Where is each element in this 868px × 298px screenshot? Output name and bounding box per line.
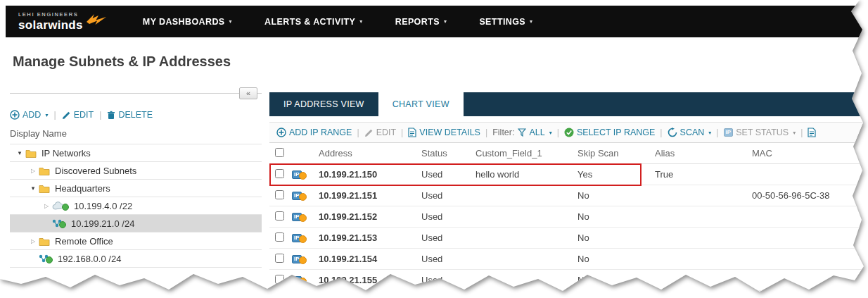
filter-label: Filter: <box>492 128 514 137</box>
tree-item-subnet-192-168-0-0[interactable]: 192.168.0.0 /24 <box>10 250 262 268</box>
caret-expanded-icon[interactable]: ▾ <box>14 149 25 156</box>
used-status-icon <box>299 256 307 264</box>
ip-icon: IP <box>292 276 302 285</box>
ip-address-panel: IP ADDRESS VIEW CHART VIEW ADD IP RANGE … <box>269 92 868 291</box>
cell-status: Used <box>421 211 476 222</box>
page: LEHI ENGINEERS solarwinds MY DASHBOARDS … <box>0 0 868 298</box>
caret-collapsed-icon[interactable]: ▷ <box>27 238 39 244</box>
edit-button-disabled[interactable]: EDIT <box>364 128 396 137</box>
row-checkbox[interactable] <box>275 254 284 263</box>
menu-label: SETTINGS <box>479 17 525 27</box>
menu-my-dashboards[interactable]: MY DASHBOARDS ▾ <box>143 17 232 27</box>
row-checkbox[interactable] <box>275 211 284 221</box>
tab-ip-address-view[interactable]: IP ADDRESS VIEW <box>269 92 378 116</box>
column-header-status[interactable]: Status <box>421 148 476 159</box>
scan-button[interactable]: SCAN ▾ <box>668 128 712 137</box>
table-row[interactable]: IP 10.199.21.153 Used No <box>269 228 868 249</box>
row-checkbox[interactable] <box>275 190 284 199</box>
folder-icon <box>39 184 50 193</box>
document-icon <box>808 128 816 137</box>
main-menu: MY DASHBOARDS ▾ ALERTS & ACTIVITY ▾ REPO… <box>143 17 533 27</box>
menu-settings[interactable]: SETTINGS ▾ <box>479 17 532 27</box>
cell-address: 10.199.21.154 <box>319 254 421 264</box>
table-row[interactable]: IP 10.199.21.151 Used No 00-50-56-96-5C-… <box>269 185 868 206</box>
cell-status: Used <box>421 275 476 285</box>
cell-skip-scan: No <box>577 254 655 264</box>
cell-alias: True <box>655 169 752 180</box>
toolbar-separator: | <box>716 128 718 137</box>
caret-collapsed-icon[interactable]: ▷ <box>27 168 39 174</box>
set-status-button-disabled[interactable]: IP SET STATUS ▾ <box>724 128 796 137</box>
folder-icon <box>39 166 50 175</box>
table-body: IP 10.199.21.150 Used hello world Yes Tr… <box>269 164 868 291</box>
tree-item-subnet-10-199-21-0[interactable]: 10.199.21.0 /24 <box>10 215 262 232</box>
delete-button[interactable]: DELETE <box>107 110 153 120</box>
used-status-icon <box>299 235 307 243</box>
toolbar-separator: | <box>53 110 56 120</box>
menu-label: ALERTS & ACTIVITY <box>264 17 355 27</box>
column-header-alias[interactable]: Alias <box>655 148 752 159</box>
cell-skip-scan: No <box>577 211 655 222</box>
view-details-button[interactable]: VIEW DETAILS <box>408 128 480 137</box>
add-label: ADD <box>23 110 41 120</box>
row-checkbox[interactable] <box>275 169 284 178</box>
column-header-mac[interactable]: MAC <box>752 148 868 159</box>
toolbar-separator: | <box>800 128 803 137</box>
panel-divider <box>10 93 262 94</box>
cell-mac: 00-50-56-96-5C-38 <box>752 190 868 201</box>
cell-skip-scan: No <box>577 232 655 243</box>
table-row[interactable]: IP 10.199.21.154 Used No <box>269 249 868 270</box>
ip-icon: IP <box>724 128 734 137</box>
cell-status: Used <box>421 254 476 264</box>
table-header-row: Address Status Custom_Field_1 Skip Scan … <box>269 143 868 164</box>
tree-item-ip-networks[interactable]: ▾ IP Networks <box>10 144 262 162</box>
caret-expanded-icon[interactable]: ▾ <box>27 185 39 192</box>
tree-item-subnet-10-199-4-0[interactable]: ▷ 10.199.4.0 /22 <box>10 197 262 215</box>
subnet-tree: ▾ IP Networks ▷ Discovered Subnets ▾ Hea… <box>10 144 262 268</box>
tree-item-label: 10.199.4.0 /22 <box>74 201 132 211</box>
page-title: Manage Subnets & IP Addresses <box>13 54 231 70</box>
plus-circle-icon <box>276 128 286 137</box>
chevron-down-icon: ▾ <box>530 18 532 25</box>
tree-item-headquarters[interactable]: ▾ Headquarters <box>10 180 262 197</box>
export-button-partial[interactable] <box>808 128 816 137</box>
tree-toolbar: ADD ▾ | EDIT | DELETE <box>10 110 262 120</box>
tree-column-header: Display Name <box>10 128 262 139</box>
add-ip-range-button[interactable]: ADD IP RANGE <box>276 128 352 137</box>
tree-item-discovered-subnets[interactable]: ▷ Discovered Subnets <box>10 162 262 180</box>
select-all-checkbox[interactable] <box>275 148 284 157</box>
edit-button[interactable]: EDIT <box>62 110 94 120</box>
collapse-panel-button[interactable]: « <box>239 87 257 99</box>
filter-dropdown[interactable]: ALL ▾ <box>518 128 551 137</box>
table-row[interactable]: IP 10.199.21.150 Used hello world Yes Tr… <box>269 164 868 185</box>
caret-collapsed-icon[interactable]: ▷ <box>41 203 52 209</box>
subnet-icon <box>52 219 66 228</box>
chevron-down-icon: ▾ <box>708 130 711 136</box>
select-ip-range-button[interactable]: SELECT IP RANGE <box>564 128 655 137</box>
pencil-icon <box>62 111 71 120</box>
toolbar-separator: | <box>357 128 359 137</box>
tab-chart-view[interactable]: CHART VIEW <box>378 92 464 116</box>
cell-address: 10.199.21.151 <box>319 190 421 201</box>
toolbar-separator: | <box>401 128 403 137</box>
cell-skip-scan: Yes <box>577 169 655 180</box>
used-status-icon <box>299 278 307 285</box>
table-row[interactable]: IP 10.199.21.155 Used No <box>269 270 868 291</box>
edit-label: EDIT <box>376 128 396 137</box>
menu-alerts-activity[interactable]: ALERTS & ACTIVITY ▾ <box>264 17 363 27</box>
column-header-address[interactable]: Address <box>319 148 421 159</box>
filter-value: ALL <box>529 128 544 137</box>
tree-item-remote-office[interactable]: ▷ Remote Office <box>10 232 262 250</box>
column-header-custom-field-1[interactable]: Custom_Field_1 <box>476 148 577 159</box>
solarwinds-flame-icon <box>87 14 106 30</box>
row-checkbox[interactable] <box>275 232 284 242</box>
row-checkbox[interactable] <box>275 275 284 284</box>
tree-item-label: Remote Office <box>55 236 113 247</box>
table-row[interactable]: IP 10.199.21.152 Used No <box>269 206 868 228</box>
chevron-down-icon: ▾ <box>549 130 552 136</box>
column-header-skip-scan[interactable]: Skip Scan <box>577 148 655 159</box>
add-button[interactable]: ADD ▾ <box>10 110 48 120</box>
menu-reports[interactable]: REPORTS ▾ <box>395 17 447 27</box>
solarwinds-logo[interactable]: LEHI ENGINEERS solarwinds <box>18 12 106 31</box>
tree-item-label: Headquarters <box>55 183 110 194</box>
